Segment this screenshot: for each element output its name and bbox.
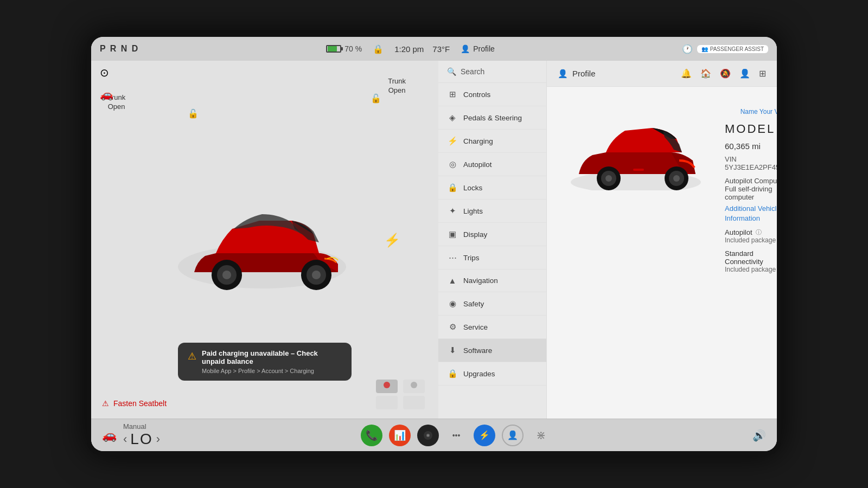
person2-icon[interactable]: 👤: [739, 68, 750, 79]
battery-info: 70 %: [326, 44, 362, 53]
home-icon[interactable]: 🏠: [700, 68, 711, 79]
svg-point-11: [384, 382, 390, 388]
more-dots-icon[interactable]: •••: [445, 425, 467, 446]
autopilot-feature-row: Autopilot ⓘ Included package: [725, 228, 777, 244]
screen-bezel: P R N D 70 % 🔒 1:20 pm 73°F 👤 Profile: [87, 33, 781, 455]
controls-label: Controls: [463, 91, 490, 99]
battery-icon: [326, 45, 341, 53]
warning-title: Paid charging unavailable – Check unpaid…: [202, 349, 342, 365]
upgrades-label: Upgrades: [463, 370, 495, 378]
locks-label: Locks: [463, 184, 482, 192]
grid-icon[interactable]: ⊞: [759, 68, 766, 79]
menu-item-controls[interactable]: ⊞ Controls: [438, 83, 546, 106]
seatbelt-label: Fasten Seatbelt: [113, 399, 167, 408]
locks-icon: 🔒: [447, 183, 458, 192]
navigation-icon: ▲: [447, 276, 458, 285]
trips-label: Trips: [463, 254, 480, 262]
profile-button[interactable]: 👤 Profile: [461, 44, 495, 53]
main-screen: P R N D 70 % 🔒 1:20 pm 73°F 👤 Profile: [91, 37, 777, 451]
navigation-label: Navigation: [463, 277, 498, 285]
svg-point-23: [427, 435, 429, 436]
status-right: 🕐 👥 PASSENGER ASSIST: [682, 44, 768, 54]
phone-icon[interactable]: 📞: [361, 425, 382, 446]
stats-icon[interactable]: 📊: [389, 425, 411, 446]
left-panel: ⊙ 🚗 Frunk Open Trunk Open 🔓 🔓: [91, 61, 438, 419]
contacts-icon[interactable]: 👤: [502, 425, 524, 446]
car-3d-svg: [563, 98, 709, 190]
menu-item-safety[interactable]: ◉ Safety: [438, 292, 546, 316]
autopilot-feature-name: Autopilot ⓘ: [725, 228, 777, 236]
games-icon[interactable]: ⋇: [530, 425, 552, 446]
display-label: Display: [463, 230, 487, 239]
profile-label: Profile: [473, 44, 495, 53]
time-temp: 1:20 pm 73°F: [394, 44, 450, 54]
gear-lo-container: Manual ‹ LO ›: [123, 422, 160, 448]
service-icon: ⚙: [447, 322, 458, 332]
menu-item-software[interactable]: ⬇ Software: [438, 339, 546, 362]
menu-item-display[interactable]: ▣ Display: [438, 223, 546, 246]
seat-occupancy-svg: [373, 377, 427, 412]
volume-icon[interactable]: 🔊: [752, 429, 766, 442]
passenger-badge: 👥 PASSENGER ASSIST: [697, 45, 768, 53]
menu-item-charging[interactable]: ⚡ Charging: [438, 130, 546, 153]
vin-text: VIN 5YJ3E1EA2PF453537: [725, 155, 777, 171]
lights-icon: ✦: [447, 206, 458, 216]
connectivity-feature-value: Included package: [725, 266, 777, 273]
car-3d-image: [560, 95, 712, 193]
car-detail: ! Name Your Vehicle MODEL 3 60,365 mi VI…: [547, 87, 777, 419]
profile-title-text: Profile: [572, 69, 596, 78]
taskbar-right: 🔊: [752, 429, 766, 442]
menu-item-trips[interactable]: ⋯ Trips: [438, 246, 546, 269]
charge-bolt-icon: ⚡: [384, 233, 400, 248]
mileage-display: 60,365 mi: [725, 142, 777, 151]
battery-pct: 70 %: [344, 44, 362, 53]
autopilot-label: Autopilot: [463, 160, 492, 169]
trips-icon: ⋯: [447, 253, 458, 262]
bluetooth-icon[interactable]: ⚡: [474, 425, 495, 446]
menu-column: 🔍 Search ⊞ Controls ◈ Pedals & Steering …: [438, 61, 547, 419]
charging-icon: ⚡: [447, 136, 458, 146]
display-icon: ▣: [447, 229, 458, 239]
seatbelt-warning: ⚠ Fasten Seatbelt: [102, 399, 167, 408]
name-vehicle-link[interactable]: Name Your Vehicle: [741, 108, 777, 115]
prev-arrow[interactable]: ‹: [123, 432, 127, 446]
svg-point-19: [673, 175, 680, 182]
svg-point-6: [312, 271, 321, 279]
warning-notification[interactable]: ⚠ Paid charging unavailable – Check unpa…: [178, 343, 352, 381]
time-display: 1:20 pm: [394, 44, 424, 54]
profile-panel: 👤 Profile 🔔 🏠 🔕 👤 ⊞: [547, 61, 777, 419]
tire-pressure-icon: ⊙: [100, 66, 113, 79]
menu-item-service[interactable]: ⚙ Service: [438, 316, 546, 339]
menu-item-pedals[interactable]: ◈ Pedals & Steering: [438, 106, 546, 130]
safety-icon: ◉: [447, 299, 458, 309]
search-icon: 🔍: [447, 67, 456, 76]
taskbar-center: 📞 📊 ••• ⚡ 👤 ⋇: [361, 425, 552, 446]
clock-icon: 🕐: [682, 44, 693, 54]
menu-item-upgrades[interactable]: 🔒 Upgrades: [438, 362, 546, 386]
software-label: Software: [463, 346, 492, 355]
autopilot-icon: ◎: [447, 159, 458, 169]
menu-item-autopilot[interactable]: ◎ Autopilot: [438, 153, 546, 176]
profile-title-row: 👤 Profile: [558, 69, 596, 79]
bell-icon[interactable]: 🔕: [720, 68, 731, 79]
alarm-icon[interactable]: 🔔: [681, 68, 692, 79]
prnd-display: P R N D: [100, 44, 139, 54]
next-arrow[interactable]: ›: [156, 432, 160, 446]
profile-person-icon: 👤: [461, 44, 470, 53]
service-label: Service: [463, 323, 488, 331]
menu-item-locks[interactable]: 🔒 Locks: [438, 176, 546, 200]
car-detail-left: ! Name Your Vehicle MODEL 3 60,365 mi VI…: [725, 95, 777, 410]
svg-rect-20: [633, 169, 644, 171]
search-menu-item[interactable]: 🔍 Search: [438, 61, 546, 83]
connectivity-feature-name: Standard Connectivity ⓘ: [725, 249, 777, 266]
passenger-label: PASSENGER ASSIST: [710, 46, 764, 52]
menu-item-lights[interactable]: ✦ Lights: [438, 200, 546, 223]
menu-item-navigation[interactable]: ▲ Navigation: [438, 269, 546, 292]
status-center: 70 % 🔒 1:20 pm 73°F 👤 Profile: [145, 44, 675, 54]
svg-rect-10: [403, 396, 425, 409]
music-icon[interactable]: [417, 425, 439, 446]
safety-label: Safety: [463, 300, 484, 308]
charging-label: Charging: [463, 137, 493, 145]
additional-info-link[interactable]: Additional Vehicle Information: [725, 204, 777, 222]
controls-icon: ⊞: [447, 89, 458, 99]
